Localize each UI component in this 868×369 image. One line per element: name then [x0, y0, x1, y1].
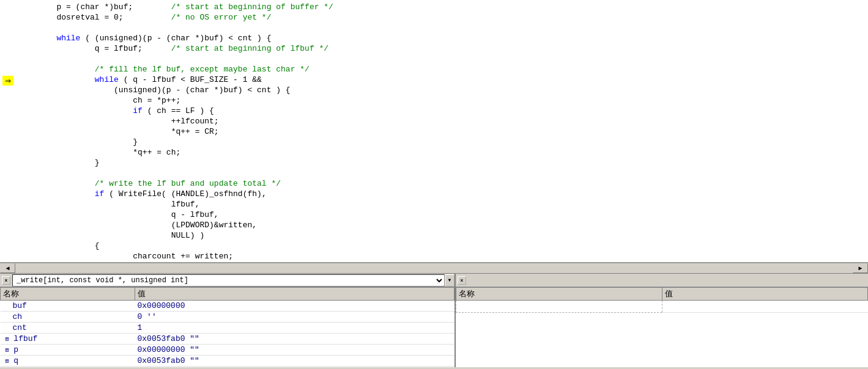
var-value: 0 '': [135, 312, 454, 323]
code-line: *q++ = CR;: [0, 127, 868, 137]
code-text: *q++ = CR;: [18, 127, 219, 136]
code-text: charcount += written;: [18, 252, 233, 261]
code-text: NULL) ): [18, 231, 204, 240]
code-line: (LPDWORD)&written,: [0, 221, 868, 231]
right-locals-table: 名称 值: [456, 287, 868, 367]
code-line: while ( (unsigned)(p - (char *)buf) < cn…: [0, 34, 868, 44]
code-text: ++lfcount;: [18, 117, 219, 126]
var-value: 0x00000000: [135, 301, 454, 312]
bottom-panel: x _write[int, const void *, unsigned int…: [0, 272, 868, 367]
left-locals-panel: x _write[int, const void *, unsigned int…: [0, 274, 456, 367]
scroll-left-button[interactable]: ◀: [0, 263, 15, 273]
execution-arrow: ⇒: [2, 76, 13, 86]
code-text: }: [18, 137, 138, 147]
keyword-if: if: [18, 262, 143, 263]
left-panel-dropdown-button[interactable]: ▼: [445, 274, 454, 287]
code-line: /* fill the lf buf, except maybe last ch…: [0, 65, 868, 75]
code-line: charcount += written;: [0, 252, 868, 262]
code-line: (unsigned)(p - (char *)buf) < cnt ) {: [0, 86, 868, 96]
table-row: [456, 301, 868, 313]
col-name-header: 名称: [1, 288, 135, 301]
var-value: 0x0053fab0 "": [135, 356, 454, 367]
code-line: ch = *p++;: [0, 96, 868, 106]
comment: /* start at beginning of buffer */: [171, 2, 333, 12]
var-name: ⊞ q: [1, 356, 135, 367]
comment: /* start at beginning of lfbuf */: [171, 44, 328, 53]
right-panel-close-button[interactable]: x: [458, 276, 466, 285]
code-editor: p = (char *)buf; /* start at beginning o…: [0, 0, 868, 263]
code-line: q = lfbuf; /* start at beginning of lfbu…: [0, 44, 868, 54]
var-value: [662, 301, 868, 313]
code-text: q = lfbuf;: [18, 44, 171, 53]
comment: /* fill the lf buf, except maybe last ch…: [18, 65, 310, 74]
code-line: NULL) ): [0, 231, 868, 241]
code-text: p = (char *)buf;: [18, 2, 171, 12]
code-text: (written < q - lfbuf): [143, 262, 248, 263]
right-watch-panel: x 名称 值: [456, 274, 868, 367]
code-text: ch = *p++;: [18, 96, 180, 105]
code-text: ( WriteFile( (HANDLE)_osfhnd(fh),: [104, 189, 266, 199]
code-text: q - lfbuf,: [18, 210, 219, 219]
keyword-if: if: [18, 106, 143, 115]
table-row: cnt 1: [1, 323, 454, 334]
code-content: p = (char *)buf; /* start at beginning o…: [0, 0, 868, 263]
var-value: 0x0053fab0 "": [135, 334, 454, 345]
code-text: }: [18, 158, 100, 167]
code-line: q - lfbuf,: [0, 210, 868, 221]
var-name: [456, 301, 662, 313]
code-text: lfbuf,: [18, 200, 199, 209]
code-text: ( (unsigned)(p - (char *)buf) < cnt ) {: [80, 34, 271, 43]
expand-icon[interactable]: ⊞: [6, 358, 9, 365]
code-line: /* write the lf buf and update total */: [0, 179, 868, 189]
col-value-header: 值: [135, 288, 454, 301]
table-row: ⊞ q 0x0053fab0 "": [1, 356, 454, 367]
code-text: (unsigned)(p - (char *)buf) < cnt ) {: [18, 86, 291, 95]
var-name: ⊞ p: [1, 345, 135, 356]
code-line: }: [0, 137, 868, 148]
code-line: *q++ = ch;: [0, 148, 868, 158]
scroll-right-button[interactable]: ▶: [853, 263, 868, 273]
col-name-header: 名称: [456, 288, 662, 301]
code-line: ++lfcount;: [0, 117, 868, 127]
keyword-while: while: [18, 75, 119, 84]
var-value: 0x00000000 "": [135, 345, 454, 356]
code-line: p = (char *)buf; /* start at beginning o…: [0, 2, 868, 13]
code-text: dosretval = 0;: [18, 13, 171, 22]
code-line: dosretval = 0; /* no OS error yet */: [0, 13, 868, 23]
horizontal-scrollbar[interactable]: ◀ ▶: [0, 263, 868, 272]
code-line-arrow: ⇒ while ( q - lfbuf < BUF_SIZE - 1 &&: [0, 75, 868, 86]
code-line: lfbuf,: [0, 200, 868, 210]
code-line: if (written < q - lfbuf): [0, 262, 868, 263]
table-row: buf 0x00000000: [1, 301, 454, 312]
expand-icon[interactable]: ⊞: [6, 347, 9, 354]
code-text: *q++ = ch;: [18, 148, 180, 157]
var-value: 1: [135, 323, 454, 334]
var-name: buf: [1, 301, 135, 312]
code-line: if ( ch == LF ) {: [0, 106, 868, 117]
table-row: ⊞ p 0x00000000 "": [1, 345, 454, 356]
code-text: ( ch == LF ) {: [143, 106, 214, 115]
code-line: {: [0, 241, 868, 252]
code-line: [0, 23, 868, 34]
left-locals-table: 名称 值 buf 0x00000000 ch 0 '' cnt: [0, 287, 454, 367]
code-text: {: [18, 241, 100, 250]
expand-icon[interactable]: ⊞: [6, 336, 9, 343]
right-panel-header: x: [456, 274, 868, 287]
col-value-header: 值: [662, 288, 868, 301]
table-row: ⊞ lfbuf 0x0053fab0 "": [1, 334, 454, 345]
keyword-if: if: [18, 189, 104, 199]
scroll-track[interactable]: [15, 263, 853, 273]
comment: /* no OS error yet */: [171, 13, 272, 22]
code-text: (LPDWORD)&written,: [18, 221, 257, 230]
var-name: ch: [1, 312, 135, 323]
left-panel-header: x _write[int, const void *, unsigned int…: [0, 274, 454, 287]
code-line: if ( WriteFile( (HANDLE)_osfhnd(fh),: [0, 189, 868, 200]
left-panel-close-button[interactable]: x: [2, 276, 10, 285]
code-line: [0, 169, 868, 179]
comment: /* write the lf buf and update total */: [18, 179, 281, 188]
left-panel-title-select[interactable]: _write[int, const void *, unsigned int]: [12, 274, 445, 287]
keyword-while: while: [18, 34, 80, 43]
code-line: [0, 54, 868, 65]
var-name: cnt: [1, 323, 135, 334]
code-text: ( q - lfbuf < BUF_SIZE - 1 &&: [119, 75, 262, 84]
